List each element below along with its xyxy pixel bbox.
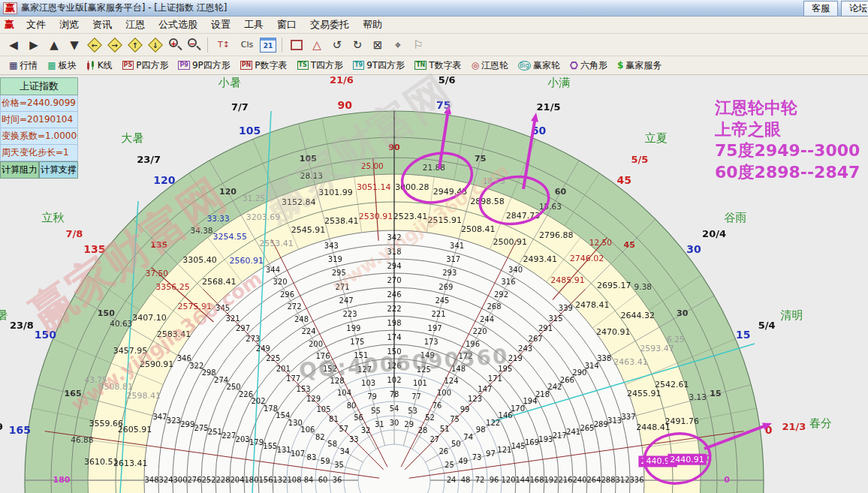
menu-gann[interactable]: 江恩 xyxy=(119,17,151,33)
table-icon: ▦ xyxy=(9,60,17,71)
menu-browse[interactable]: 浏览 xyxy=(53,17,85,33)
menu-trade[interactable]: 交易委托 xyxy=(304,17,355,33)
menu-window[interactable]: 窗口 xyxy=(271,17,303,33)
annotation-line-2: 上帝之眼 xyxy=(715,119,860,141)
analysis-annotation: 江恩轮中轮 上帝之眼 75度2949--3000 60度2898--2847 xyxy=(715,98,860,183)
winner-wheel-icon: Big xyxy=(518,61,531,71)
menu-bar: 赢 文件 浏览 资讯 江恩 公式选股 设置 工具 窗口 交易委托 帮助 xyxy=(0,17,868,34)
service-button[interactable]: 客服 xyxy=(803,1,838,17)
annotation-line-3: 75度2949--3000 xyxy=(715,140,860,162)
view-hexagon[interactable]: 六角形 xyxy=(565,58,612,74)
menu-formula-stock-pick[interactable]: 公式选股 xyxy=(152,17,203,33)
app-logo-icon: 赢 xyxy=(3,2,17,14)
dollar-icon: $ xyxy=(617,60,623,71)
center-target-icon[interactable]: ⌖ xyxy=(389,37,407,53)
pn-icon: PN xyxy=(240,61,253,70)
zoom-in-icon[interactable]: + xyxy=(167,37,183,53)
view-p-number-table[interactable]: PNP数字表 xyxy=(236,58,292,74)
calc-resistance-button[interactable]: 计算阻力 xyxy=(0,161,39,179)
flag-tool-icon[interactable]: ⚐ xyxy=(409,37,427,53)
cls-button[interactable]: Cls xyxy=(237,37,258,53)
ts-icon: TS xyxy=(297,61,309,70)
toolbar-main: ◀ ▶ ▲ ▼ ← → ↑ ↓ + − T↕ Cls 21 △ ↺ ↻ ⊠ ⌖ … xyxy=(0,34,868,56)
t-updown-icon[interactable]: T↕ xyxy=(213,37,234,53)
ps-icon: PS xyxy=(122,61,134,70)
hexagon-icon xyxy=(570,62,578,70)
view-t-number-table[interactable]: TNT数字表 xyxy=(410,58,466,74)
calendar-icon[interactable]: 21 xyxy=(260,38,276,53)
rotate-ccw-icon[interactable]: ↺ xyxy=(328,37,346,53)
time-value: 时间=20190104 xyxy=(0,112,78,128)
window-title: 赢家江恩专业版[赢家服务平台] - [上证指数 江恩轮] xyxy=(21,2,228,14)
step-up-icon[interactable]: ↑ xyxy=(128,38,143,53)
forum-button[interactable]: 论坛 xyxy=(841,1,868,17)
view-9t-square[interactable]: T99T四方形 xyxy=(348,58,409,74)
menu-settings[interactable]: 设置 xyxy=(205,17,237,33)
box-select-icon[interactable]: ⊠ xyxy=(369,37,387,53)
gann-wheel-chart-area: 赢家财富网 www.yingjia360.com 赢家财富网 QQ:400609… xyxy=(0,75,868,493)
view-quotes[interactable]: ▦行情 xyxy=(5,58,42,74)
annotation-line-4: 60度2898--2847 xyxy=(715,162,860,184)
conversion-factor-value: 变换系数=1.00000 xyxy=(0,128,78,145)
view-p-square[interactable]: PSP四方形 xyxy=(118,58,173,74)
view-9p-square[interactable]: P99P四方形 xyxy=(173,58,234,74)
view-sectors[interactable]: ▩板块 xyxy=(43,58,80,74)
calc-support-button[interactable]: 计算支撑 xyxy=(39,161,78,179)
zoom-out-icon[interactable]: − xyxy=(185,37,202,53)
t9-icon: T9 xyxy=(353,61,364,70)
view-gann-wheel[interactable]: ◎江恩轮 xyxy=(467,58,513,74)
menu-logo-icon: 赢 xyxy=(5,18,14,32)
instrument-name: 上证指数 xyxy=(0,77,78,95)
tn-icon: TN xyxy=(414,61,426,70)
step-left-icon[interactable]: ← xyxy=(87,38,102,53)
title-bar: 赢 赢家江恩专业版[赢家服务平台] - [上证指数 江恩轮] 客服 论坛 xyxy=(0,0,868,17)
toolbar-views: ▦行情 ▩板块 K线 PSP四方形 P99P四方形 PNP数字表 TST四方形 … xyxy=(0,56,868,75)
triangle-tool-icon[interactable]: △ xyxy=(308,37,326,53)
rotate-cw-icon[interactable]: ↻ xyxy=(348,37,366,53)
down-icon[interactable]: ▼ xyxy=(65,37,83,53)
kline-icon xyxy=(86,61,95,71)
instrument-panel: 上证指数 价格=2440.9099 时间=20190104 变换系数=1.000… xyxy=(0,77,78,179)
menu-help[interactable]: 帮助 xyxy=(357,17,388,33)
view-winner-wheel[interactable]: Big赢家轮 xyxy=(514,58,565,74)
toolbar-separator xyxy=(282,38,282,53)
toolbar-separator xyxy=(207,38,208,53)
menu-tools[interactable]: 工具 xyxy=(238,17,270,33)
forward-icon[interactable]: ▶ xyxy=(25,37,43,53)
price-value: 价格=2440.9099 xyxy=(0,95,78,112)
p9-icon: P9 xyxy=(178,61,189,70)
view-t-square[interactable]: TST四方形 xyxy=(293,58,348,74)
gann-wheel-icon: ◎ xyxy=(472,60,479,71)
view-kline[interactable]: K线 xyxy=(82,58,117,74)
annotation-line-1: 江恩轮中轮 xyxy=(715,98,860,119)
back-icon[interactable]: ◀ xyxy=(5,37,23,53)
view-winner-service[interactable]: $赢家服务 xyxy=(613,58,666,74)
up-icon[interactable]: ▲ xyxy=(45,37,63,53)
step-size-value: 周天变化步长=1 xyxy=(0,145,78,161)
square-tool-icon[interactable] xyxy=(291,40,303,50)
step-down-icon[interactable]: ↓ xyxy=(148,38,163,53)
step-right-icon[interactable]: → xyxy=(107,38,122,53)
blocks-icon: ▩ xyxy=(47,60,56,71)
menu-file[interactable]: 文件 xyxy=(20,17,52,33)
menu-news[interactable]: 资讯 xyxy=(86,17,118,33)
